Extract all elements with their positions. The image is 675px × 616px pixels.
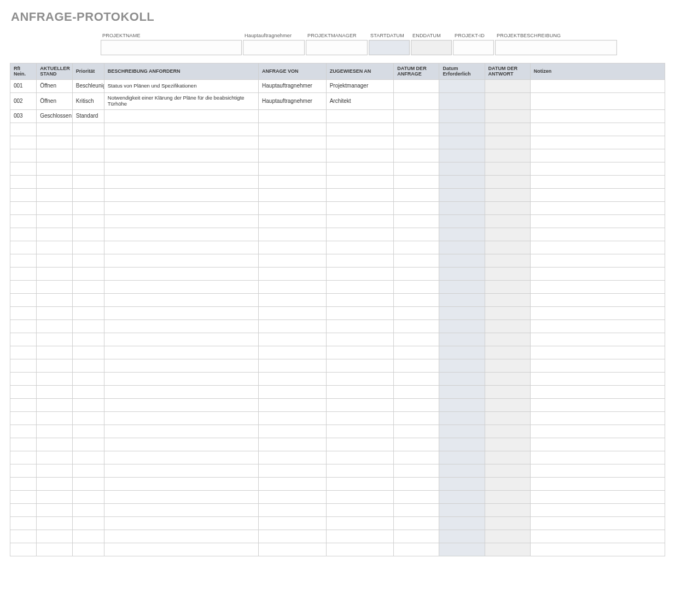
td-date-request[interactable]	[394, 201, 439, 214]
td-rfi-no[interactable]: 002	[10, 92, 37, 109]
td-request-from[interactable]	[259, 530, 327, 543]
td-status[interactable]	[37, 398, 73, 411]
td-rfi-no[interactable]	[10, 516, 37, 530]
td-request-from[interactable]	[259, 464, 327, 477]
td-request-from[interactable]	[259, 398, 327, 411]
td-priority[interactable]	[72, 464, 104, 477]
td-notes[interactable]	[530, 280, 665, 293]
td-request-from[interactable]: Hauptauftragnehmer	[259, 79, 327, 92]
td-request-from[interactable]	[259, 503, 327, 516]
td-status[interactable]	[37, 201, 73, 214]
td-date-response[interactable]	[485, 306, 530, 319]
td-date-request[interactable]	[394, 267, 439, 280]
td-date-response[interactable]	[485, 79, 530, 92]
td-description[interactable]	[104, 543, 258, 556]
td-status[interactable]	[37, 451, 73, 464]
td-request-from[interactable]	[259, 425, 327, 438]
td-date-request[interactable]	[394, 516, 439, 530]
td-date-response[interactable]	[485, 411, 530, 425]
td-notes[interactable]	[530, 109, 665, 123]
td-date-response[interactable]	[485, 425, 530, 438]
td-priority[interactable]	[72, 280, 104, 293]
td-priority[interactable]	[72, 214, 104, 228]
td-description[interactable]	[104, 333, 258, 346]
td-assigned-to[interactable]: Projektmanager	[326, 79, 394, 92]
td-status[interactable]: Öffnen	[37, 92, 73, 109]
td-notes[interactable]	[530, 333, 665, 346]
td-date-request[interactable]	[394, 346, 439, 359]
td-rfi-no[interactable]	[10, 188, 37, 201]
td-date-required[interactable]	[439, 149, 485, 162]
td-date-request[interactable]	[394, 543, 439, 556]
td-notes[interactable]	[530, 254, 665, 267]
td-date-request[interactable]	[394, 464, 439, 477]
td-notes[interactable]	[530, 149, 665, 162]
td-date-request[interactable]	[394, 254, 439, 267]
td-priority[interactable]: Beschleunigt	[72, 79, 104, 92]
td-status[interactable]	[37, 359, 73, 372]
td-priority[interactable]	[72, 228, 104, 241]
td-date-required[interactable]	[439, 306, 485, 319]
td-date-required[interactable]	[439, 451, 485, 464]
meta-input-main-contractor[interactable]	[243, 40, 305, 55]
td-date-request[interactable]	[394, 372, 439, 385]
td-request-from[interactable]	[259, 214, 327, 228]
td-status[interactable]	[37, 438, 73, 451]
td-date-required[interactable]	[439, 530, 485, 543]
td-date-response[interactable]	[485, 149, 530, 162]
td-request-from[interactable]	[259, 149, 327, 162]
td-description[interactable]	[104, 293, 258, 306]
td-notes[interactable]	[530, 464, 665, 477]
td-rfi-no[interactable]	[10, 398, 37, 411]
td-date-response[interactable]	[485, 92, 530, 109]
td-notes[interactable]	[530, 411, 665, 425]
td-status[interactable]	[37, 136, 73, 149]
td-request-from[interactable]	[259, 162, 327, 175]
td-date-required[interactable]	[439, 385, 485, 398]
td-date-request[interactable]	[394, 214, 439, 228]
td-date-required[interactable]	[439, 201, 485, 214]
td-assigned-to[interactable]	[326, 503, 394, 516]
td-priority[interactable]	[72, 333, 104, 346]
td-status[interactable]	[37, 319, 73, 333]
td-description[interactable]	[104, 214, 258, 228]
td-description[interactable]	[104, 372, 258, 385]
td-notes[interactable]	[530, 425, 665, 438]
td-date-response[interactable]	[485, 372, 530, 385]
td-notes[interactable]	[530, 503, 665, 516]
td-date-response[interactable]	[485, 451, 530, 464]
td-notes[interactable]	[530, 79, 665, 92]
td-date-required[interactable]	[439, 92, 485, 109]
td-priority[interactable]	[72, 516, 104, 530]
td-request-from[interactable]	[259, 293, 327, 306]
td-assigned-to[interactable]	[326, 280, 394, 293]
td-notes[interactable]	[530, 267, 665, 280]
td-date-required[interactable]	[439, 333, 485, 346]
td-status[interactable]	[37, 464, 73, 477]
td-assigned-to[interactable]	[326, 359, 394, 372]
td-date-response[interactable]	[485, 214, 530, 228]
td-status[interactable]	[37, 516, 73, 530]
td-rfi-no[interactable]	[10, 306, 37, 319]
td-notes[interactable]	[530, 516, 665, 530]
td-date-request[interactable]	[394, 306, 439, 319]
td-date-required[interactable]	[439, 188, 485, 201]
td-description[interactable]	[104, 398, 258, 411]
td-date-request[interactable]	[394, 109, 439, 123]
td-priority[interactable]	[72, 201, 104, 214]
td-assigned-to[interactable]	[326, 241, 394, 254]
td-notes[interactable]	[530, 241, 665, 254]
td-rfi-no[interactable]: 003	[10, 109, 37, 123]
td-assigned-to[interactable]	[326, 228, 394, 241]
td-request-from[interactable]	[259, 385, 327, 398]
td-description[interactable]	[104, 267, 258, 280]
td-rfi-no[interactable]	[10, 372, 37, 385]
td-request-from[interactable]	[259, 333, 327, 346]
td-request-from[interactable]	[259, 201, 327, 214]
td-date-required[interactable]	[439, 438, 485, 451]
td-request-from[interactable]	[259, 372, 327, 385]
td-date-request[interactable]	[394, 530, 439, 543]
td-rfi-no[interactable]	[10, 149, 37, 162]
td-rfi-no[interactable]	[10, 123, 37, 136]
td-date-response[interactable]	[485, 162, 530, 175]
